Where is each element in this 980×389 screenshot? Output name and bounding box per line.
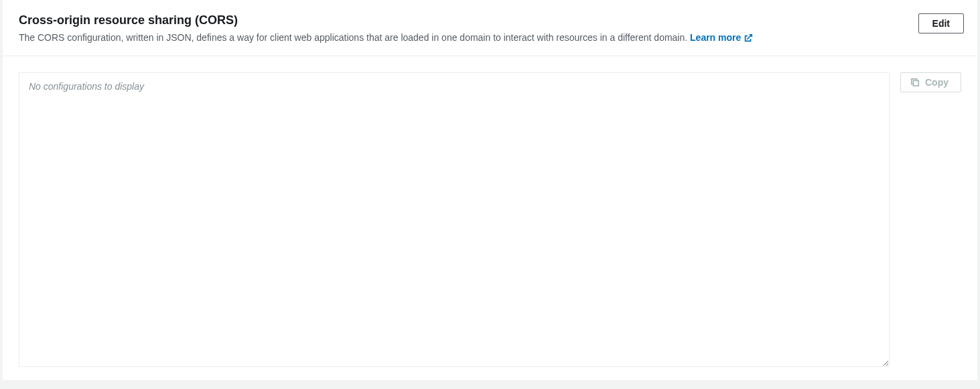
- panel-header-text: Cross-origin resource sharing (CORS) The…: [19, 13, 908, 45]
- copy-button[interactable]: Copy: [900, 72, 961, 92]
- copy-icon: [910, 78, 920, 87]
- panel-body: No configurations to display Copy: [3, 56, 977, 380]
- learn-more-text: Learn more: [690, 31, 741, 45]
- panel-title: Cross-origin resource sharing (CORS): [19, 13, 908, 27]
- copy-button-label: Copy: [925, 77, 949, 88]
- panel-description: The CORS configuration, written in JSON,…: [19, 31, 908, 45]
- svg-rect-0: [913, 80, 918, 86]
- edit-button[interactable]: Edit: [918, 13, 964, 33]
- empty-placeholder: No configurations to display: [29, 81, 144, 92]
- panel-description-text: The CORS configuration, written in JSON,…: [19, 32, 690, 43]
- cors-panel: Cross-origin resource sharing (CORS) The…: [3, 0, 977, 380]
- learn-more-link[interactable]: Learn more: [690, 31, 753, 45]
- external-link-icon: [744, 33, 753, 43]
- cors-config-textarea[interactable]: No configurations to display: [19, 72, 890, 367]
- panel-header: Cross-origin resource sharing (CORS) The…: [3, 0, 977, 56]
